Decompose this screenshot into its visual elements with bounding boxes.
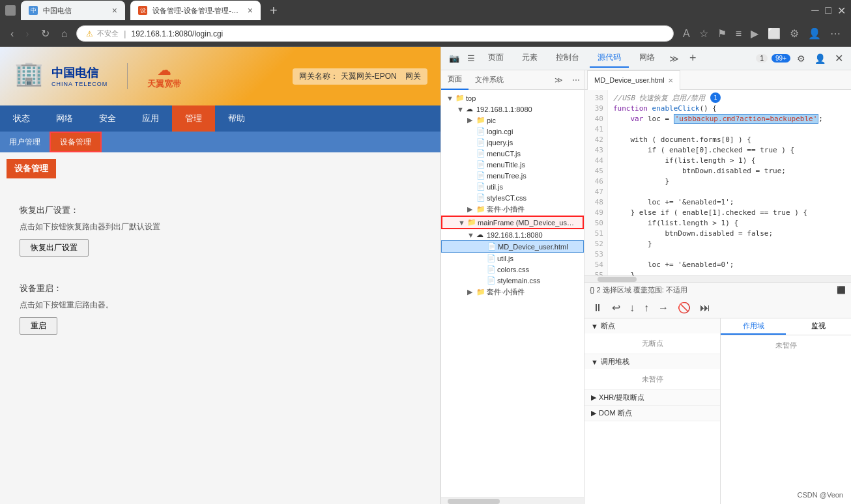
- nav-security[interactable]: 安全: [86, 105, 129, 132]
- tree-label-MD-device: MD_Device_user.html: [498, 243, 568, 251]
- divider: [127, 63, 128, 89]
- devtools-inspect-icon[interactable]: ☰: [465, 51, 478, 66]
- tree-item-util-js2[interactable]: ▶ 📄 util.js: [441, 253, 584, 264]
- tree-item-stylemain-css[interactable]: ▶ 📄 stylemain.css: [441, 275, 584, 286]
- tree-item-zenji1[interactable]: ▶ 📁 套件·小插件: [441, 203, 584, 216]
- tree-item-login-cgi[interactable]: ▶ 📄 login.cgi: [441, 126, 584, 137]
- code-lines[interactable]: //USB 快速恢复 启用/禁用1 function enableClick()…: [608, 90, 851, 275]
- callstack-content: 未暂停: [584, 369, 720, 389]
- code-line-44: if(list.length > 1) {: [613, 155, 846, 165]
- code-scrollbar-h[interactable]: [584, 275, 851, 282]
- minimize-button[interactable]: ─: [811, 6, 820, 15]
- callstack-header[interactable]: ▼ 调用堆栈: [584, 354, 720, 369]
- tree-item-zenji2[interactable]: ▶ 📁 套件·小插件: [441, 286, 584, 298]
- code-tab-close[interactable]: ×: [669, 76, 674, 85]
- devtools-tab-network[interactable]: 网络: [631, 49, 663, 68]
- devtools-close-icon[interactable]: ✕: [832, 49, 846, 67]
- tree-item-MD-device[interactable]: ▶ 📄 MD_Device_user.html: [441, 240, 584, 253]
- maximize-button[interactable]: □: [824, 6, 833, 15]
- nav-apps[interactable]: 应用: [129, 105, 172, 132]
- tree-file-icon-MD-device: 📄: [487, 242, 498, 251]
- debug-step-out-btn[interactable]: ↑: [641, 301, 652, 315]
- address-input[interactable]: ⚠ 不安全 | 192.168.1.1:8080/login.cgi: [76, 25, 674, 42]
- devtools-more-tabs-icon[interactable]: ≫: [665, 53, 683, 64]
- tree-item-mainFrame[interactable]: ▼ 📁 mainFrame (MD_Device_user.ht...: [441, 216, 584, 229]
- tree-item-top[interactable]: ▼ 📁 top: [441, 92, 584, 104]
- no-breakpoints-text: 无断点: [642, 339, 663, 347]
- debug-pause-btn[interactable]: ⏸: [590, 301, 605, 315]
- tree-item-pic[interactable]: ▶ 📁 pic: [441, 115, 584, 126]
- settings-icon[interactable]: ⚙: [787, 25, 801, 42]
- debug-skip-btn[interactable]: ⏭: [697, 301, 713, 315]
- devtools-settings-icon[interactable]: ⚙: [794, 51, 808, 66]
- restore-desc: 点击如下按钮恢复路由器到出厂默认设置: [20, 221, 421, 232]
- file-tree-tab-fs[interactable]: 文件系统: [469, 70, 510, 90]
- tree-item-colors-css[interactable]: ▶ 📄 colors.css: [441, 264, 584, 275]
- devtools-tab-sources[interactable]: 源代码: [590, 49, 629, 68]
- nav-network[interactable]: 网络: [43, 105, 86, 132]
- dom-header[interactable]: ▶ DOM 断点: [584, 406, 720, 421]
- debug-tab-watch[interactable]: 监视: [786, 318, 851, 335]
- file-tree-tab-page[interactable]: 页面: [441, 70, 469, 90]
- file-tree-scroll-thumb[interactable]: [448, 499, 500, 504]
- menu-icon[interactable]: ⋯: [828, 25, 843, 42]
- devtools-tab-welcome[interactable]: 页面: [480, 49, 512, 68]
- tree-item-jquery-js[interactable]: ▶ 📄 jquery.js: [441, 137, 584, 148]
- reboot-button[interactable]: 重启: [20, 317, 57, 335]
- tree-item-192inner[interactable]: ▼ ☁ 192.168.1.1:8080: [441, 229, 584, 240]
- nav-status[interactable]: 状态: [0, 105, 43, 132]
- collection-icon[interactable]: ⚑: [715, 25, 729, 42]
- screen-icon[interactable]: ⬜: [765, 25, 783, 42]
- line-num-44: 44: [584, 155, 607, 165]
- tree-item-menuTree-js[interactable]: ▶ 📄 menuTree.js: [441, 170, 584, 181]
- sub-nav-device-mgmt[interactable]: 设备管理: [50, 132, 102, 152]
- code-tab-MD-device[interactable]: MD_Device_user.html ×: [587, 70, 680, 90]
- browser-tab-2[interactable]: 设 设备管理-设备管理-管理-中国电... ×: [130, 1, 261, 20]
- tree-item-menuCT-js[interactable]: ▶ 📄 menuCT.js: [441, 148, 584, 159]
- debug-step-into-btn[interactable]: ↓: [627, 301, 637, 315]
- star-icon[interactable]: ☆: [697, 25, 711, 42]
- tab-close-2[interactable]: ×: [248, 5, 253, 16]
- debug-tab-scope[interactable]: 作用域: [721, 318, 786, 335]
- home-button[interactable]: ⌂: [59, 25, 70, 42]
- reload-button[interactable]: ↻: [38, 25, 52, 42]
- devtools-tab-elements[interactable]: 元素: [514, 49, 545, 68]
- devtools-add-tab-icon[interactable]: +: [685, 51, 700, 65]
- file-tree-more-icon[interactable]: ≫: [549, 76, 568, 85]
- tab-favicon-1: 中: [29, 6, 38, 15]
- forward-button[interactable]: ›: [23, 25, 31, 42]
- file-tree-options-icon[interactable]: ⋯: [568, 76, 584, 85]
- file-tree-scrollbar[interactable]: [441, 497, 584, 504]
- tree-item-util-js[interactable]: ▶ 📄 util.js: [441, 181, 584, 192]
- tab-close-1[interactable]: ×: [112, 5, 117, 16]
- read-icon[interactable]: ≡: [733, 25, 744, 42]
- browser-tab-1[interactable]: 中 中国电信 ×: [21, 1, 125, 20]
- tree-item-stylesCT-css[interactable]: ▶ 📄 stylesCT.css: [441, 192, 584, 203]
- restore-factory-button[interactable]: 恢复出厂设置: [20, 239, 89, 257]
- devtools-screenshot-icon[interactable]: 📷: [446, 51, 462, 66]
- line-num-40: 40: [584, 113, 607, 124]
- tree-item-192root[interactable]: ▼ ☁ 192.168.1.1:8080: [441, 104, 584, 115]
- code-extra-icon[interactable]: ⬛: [837, 286, 846, 294]
- debug-deactivate-btn[interactable]: 🚫: [675, 300, 693, 315]
- back-button[interactable]: ‹: [8, 25, 16, 42]
- code-scroll-thumb[interactable]: [598, 277, 637, 282]
- debug-step-btn[interactable]: →: [656, 301, 671, 315]
- debug-step-over-btn[interactable]: ↩: [609, 300, 623, 315]
- new-tab-button[interactable]: +: [266, 1, 281, 20]
- nav-help[interactable]: 帮助: [215, 105, 258, 132]
- breakpoints-header[interactable]: ▼ 断点: [584, 318, 720, 333]
- profile-icon[interactable]: 👤: [805, 25, 824, 42]
- devtools-profile-icon[interactable]: 👤: [812, 51, 828, 66]
- dom-label: DOM 断点: [599, 408, 632, 418]
- close-button[interactable]: ✕: [837, 6, 846, 15]
- translate-icon[interactable]: A: [680, 25, 693, 42]
- tree-item-menuTitle-js[interactable]: ▶ 📄 menuTitle.js: [441, 159, 584, 170]
- nav-manage[interactable]: 管理: [172, 105, 215, 132]
- devtools-tab-console[interactable]: 控制台: [548, 49, 587, 68]
- line-num-47: 47: [584, 186, 607, 197]
- tree-label-menuTitle-js: menuTitle.js: [487, 161, 525, 169]
- xhr-header[interactable]: ▶ XHR/提取断点: [584, 390, 720, 405]
- play-icon[interactable]: ▶: [748, 25, 761, 42]
- sub-nav-user-mgmt[interactable]: 用户管理: [0, 132, 50, 152]
